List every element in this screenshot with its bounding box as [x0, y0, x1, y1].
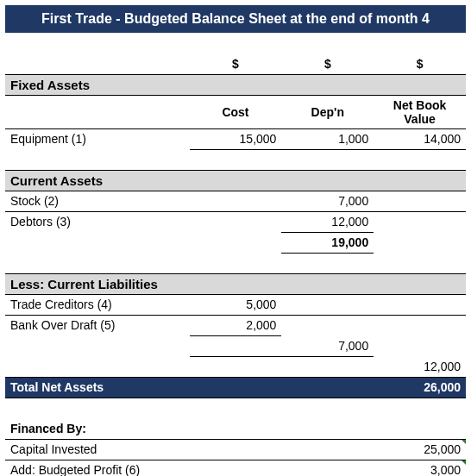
spacer — [5, 398, 466, 418]
section-heading: Fixed Assets — [5, 74, 466, 95]
liabilities-subtotal: 7,000 — [281, 335, 374, 356]
current-liabilities-header: Less: Current Liabilities — [5, 273, 466, 294]
row-label: Debtors (3) — [5, 211, 190, 232]
row-label: Equipment (1) — [5, 128, 190, 149]
debtors-value: 12,000 — [281, 211, 374, 232]
current-assets-subtotal: 19,000 — [281, 232, 374, 253]
total-net-assets-label: Total Net Assets — [5, 377, 374, 398]
row-label: Capital Invested — [5, 439, 190, 460]
sheet-title: First Trade - Budgeted Balance Sheet at … — [5, 5, 466, 33]
currency-symbol: $ — [374, 53, 466, 74]
equipment-cost: 15,000 — [190, 128, 282, 149]
section-heading: Less: Current Liabilities — [5, 273, 466, 294]
equipment-nbv: 14,000 — [374, 128, 466, 149]
row-label: Stock (2) — [5, 191, 190, 211]
row-label: Add: Budgeted Profit (6) — [5, 460, 190, 476]
fixed-assets-columns: Cost Dep'n Net Book Value — [5, 95, 466, 128]
net-current-assets: 12,000 — [374, 356, 466, 377]
total-net-assets-value: 26,000 — [374, 377, 466, 398]
balance-sheet-table: First Trade - Budgeted Balance Sheet at … — [5, 5, 466, 476]
row-label: Trade Creditors (4) — [5, 294, 190, 315]
current-assets-subtotal-row: 19,000 — [5, 232, 466, 253]
overdraft-value: 2,000 — [190, 315, 282, 335]
col-nbv: Net Book Value — [374, 95, 466, 128]
currency-symbol: $ — [190, 53, 282, 74]
overdraft-row: Bank Over Draft (5) 2,000 — [5, 315, 466, 335]
debtors-row: Debtors (3) 12,000 — [5, 211, 466, 232]
liabilities-subtotal-row: 7,000 — [5, 335, 466, 356]
spacer — [5, 33, 466, 53]
stock-row: Stock (2) 7,000 — [5, 191, 466, 211]
capital-invested-row: Capital Invested 25,000 — [5, 439, 466, 460]
total-net-assets-row: Total Net Assets 26,000 — [5, 377, 466, 398]
row-label: Bank Over Draft (5) — [5, 315, 190, 335]
section-heading: Current Assets — [5, 170, 466, 191]
stock-value: 7,000 — [281, 191, 374, 211]
equipment-row: Equipment (1) 15,000 1,000 14,000 — [5, 128, 466, 149]
financed-by-header: Financed By: — [5, 418, 466, 439]
section-heading: Financed By: — [5, 418, 466, 439]
spacer — [5, 253, 466, 273]
budgeted-profit-value: 3,000 — [374, 460, 466, 476]
spacer — [5, 149, 466, 170]
current-assets-header: Current Assets — [5, 170, 466, 191]
title-row: First Trade - Budgeted Balance Sheet at … — [5, 5, 466, 33]
currency-header-row: $ $ $ — [5, 53, 466, 74]
trade-creditors-row: Trade Creditors (4) 5,000 — [5, 294, 466, 315]
col-depn: Dep'n — [281, 95, 374, 128]
currency-symbol: $ — [281, 53, 374, 74]
capital-invested-value: 25,000 — [374, 439, 466, 460]
col-cost: Cost — [190, 95, 282, 128]
equipment-depn: 1,000 — [281, 128, 374, 149]
fixed-assets-header: Fixed Assets — [5, 74, 466, 95]
trade-creditors-value: 5,000 — [190, 294, 282, 315]
net-current-assets-row: 12,000 — [5, 356, 466, 377]
budgeted-profit-row: Add: Budgeted Profit (6) 3,000 — [5, 460, 466, 476]
